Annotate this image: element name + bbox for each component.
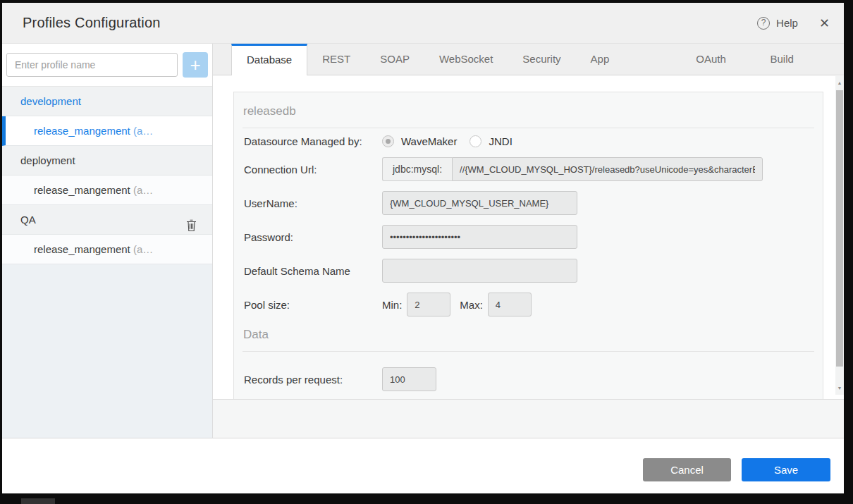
tab-soap[interactable]: SOAP	[365, 44, 424, 75]
taskbar-fragment	[21, 498, 55, 504]
connection-url-label: Connection Url:	[244, 164, 382, 176]
help-label: Help	[776, 17, 798, 29]
sidebar-item-release-mangement-dev[interactable]: release_mangement (a…	[2, 116, 212, 146]
dialog-title: Profiles Configuration	[23, 15, 161, 31]
profiles-configuration-dialog: Profiles Configuration ? Help ✕ + develo…	[2, 3, 844, 493]
database-form: releasedb Datasource Managed by: WaveMak…	[233, 92, 823, 399]
username-row: UserName:	[244, 191, 814, 215]
radio-jndi[interactable]	[470, 135, 481, 147]
username-input[interactable]	[382, 191, 577, 215]
profiles-sidebar: + development release_mangement (a… depl…	[2, 44, 213, 438]
save-button[interactable]: Save	[742, 458, 830, 481]
sidebar-item-label: deployment	[20, 154, 75, 166]
tab-websocket[interactable]: WebSocket	[424, 44, 508, 75]
profile-name-input[interactable]	[6, 53, 178, 77]
connection-url-row: Connection Url: jdbc:mysql:	[244, 157, 814, 181]
header-actions: ? Help ✕	[757, 17, 830, 30]
records-per-request-input[interactable]	[382, 367, 436, 391]
sidebar-item-label: release_mangement	[34, 184, 133, 196]
pool-size-row: Pool size: Min: Max:	[244, 293, 814, 316]
sidebar-item-deployment[interactable]: deployment	[2, 146, 212, 176]
radio-wavemaker[interactable]	[382, 135, 394, 147]
form-rows: Datasource Managed by: WaveMaker JNDI Co…	[234, 128, 823, 316]
tab-rest[interactable]: REST	[307, 44, 365, 75]
sidebar-item-release-mangement-deploy[interactable]: release_mangement (a…	[2, 176, 212, 205]
delete-profile-icon[interactable]	[186, 214, 197, 235]
sidebar-item-suffix: (a…	[133, 184, 153, 196]
pool-max-input[interactable]	[488, 293, 532, 316]
scroll-up-icon[interactable]: ▲	[835, 80, 844, 85]
scroll-down-icon[interactable]: ▼	[835, 386, 844, 391]
managed-by-row: Datasource Managed by: WaveMaker JNDI	[244, 135, 814, 147]
dialog-header: Profiles Configuration ? Help ✕	[2, 3, 844, 44]
dialog-footer: Cancel Save	[2, 438, 844, 493]
profile-create-row: +	[2, 44, 212, 87]
data-rows: Records per request:	[234, 352, 823, 391]
connection-url-input[interactable]	[452, 157, 763, 181]
cancel-button[interactable]: Cancel	[643, 458, 731, 481]
help-icon: ?	[757, 17, 770, 30]
jdbc-prefix: jdbc:mysql:	[382, 157, 452, 181]
tab-oauth[interactable]: OAuth 2.0	[681, 44, 755, 75]
sidebar-item-suffix: (a…	[133, 243, 153, 255]
records-per-request-label: Records per request:	[244, 374, 382, 386]
password-row: Password:	[244, 225, 814, 249]
pool-min-input[interactable]	[407, 293, 450, 316]
managed-by-options: WaveMaker JNDI	[382, 135, 525, 147]
sidebar-empty-area	[2, 264, 212, 438]
records-per-request-row: Records per request:	[244, 367, 814, 391]
username-label: UserName:	[244, 197, 382, 209]
db-section-title: releasedb	[234, 92, 823, 128]
sidebar-item-development[interactable]: development	[2, 87, 212, 116]
password-label: Password:	[244, 231, 382, 243]
radio-jndi-label: JNDI	[489, 135, 512, 147]
sidebar-item-label: QA	[20, 214, 36, 226]
radio-wavemaker-label: WaveMaker	[401, 135, 457, 147]
scrollbar-thumb[interactable]	[836, 90, 843, 367]
sidebar-item-suffix: (a…	[133, 125, 153, 137]
tab-app-environment[interactable]: App Environment	[576, 44, 682, 75]
sidebar-item-label: release_mangement	[34, 243, 133, 255]
main-panel: Database REST SOAP WebSocket Security Ap…	[213, 44, 844, 438]
default-schema-row: Default Schema Name	[244, 259, 814, 283]
tab-security[interactable]: Security	[508, 44, 575, 75]
pool-size-label: Pool size:	[244, 299, 382, 311]
dialog-body: + development release_mangement (a… depl…	[2, 44, 844, 438]
tab-build-options[interactable]: Build Options	[755, 44, 844, 75]
sidebar-item-release-mangement-qa[interactable]: release_mangement (a…	[2, 235, 212, 264]
sidebar-item-label: development	[20, 95, 81, 107]
sidebar-item-label: release_mangement	[34, 125, 133, 137]
pool-min-label: Min:	[382, 299, 402, 311]
default-schema-label: Default Schema Name	[244, 265, 382, 277]
pool-max-label: Max:	[460, 299, 483, 311]
add-profile-button[interactable]: +	[183, 52, 208, 78]
help-button[interactable]: ? Help	[757, 17, 798, 30]
sidebar-item-qa[interactable]: QA	[2, 205, 212, 235]
managed-by-label: Datasource Managed by:	[244, 135, 382, 147]
database-tab-content: releasedb Datasource Managed by: WaveMak…	[213, 75, 844, 399]
close-icon[interactable]: ✕	[819, 17, 830, 30]
default-schema-input[interactable]	[382, 259, 577, 283]
config-tabs: Database REST SOAP WebSocket Security Ap…	[213, 44, 844, 75]
tab-database[interactable]: Database	[231, 44, 307, 75]
data-section-title: Data	[234, 326, 823, 351]
tab-pane-lower-area	[213, 399, 844, 438]
password-input[interactable]	[382, 225, 577, 249]
vertical-scrollbar[interactable]: ▲ ▼	[835, 76, 844, 395]
